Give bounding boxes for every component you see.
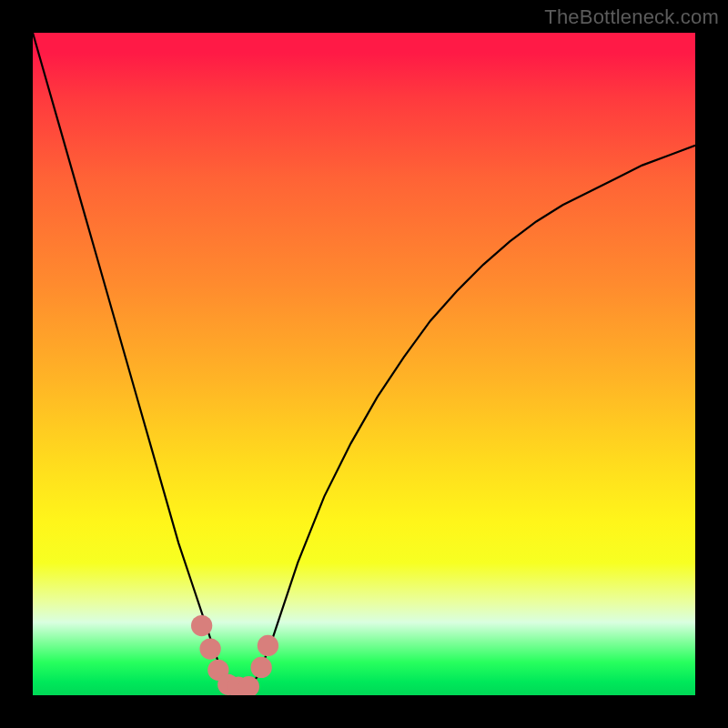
marker-dot bbox=[258, 635, 278, 656]
plot-area bbox=[33, 33, 695, 695]
marker-dot bbox=[191, 615, 212, 636]
marker-dot bbox=[199, 638, 220, 659]
curve-markers bbox=[191, 615, 278, 695]
attribution-text: TheBottleneck.com bbox=[544, 5, 719, 29]
bottleneck-curve bbox=[33, 33, 695, 689]
marker-dot bbox=[251, 657, 272, 678]
curve-svg bbox=[33, 33, 695, 695]
figure-frame: TheBottleneck.com bbox=[0, 0, 728, 728]
